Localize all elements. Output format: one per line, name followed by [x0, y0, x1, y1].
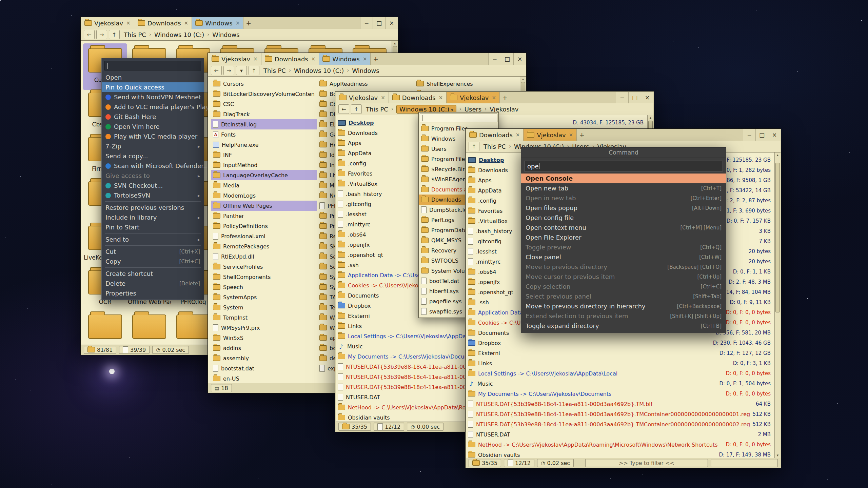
dropdown-button[interactable]: ▾: [236, 66, 247, 75]
command-item-open-in-new-tab[interactable]: Open in new tab[Ctrl+Enter]: [521, 193, 726, 203]
tab-close-icon[interactable]: ×: [492, 95, 496, 101]
breadcrumb-windows-10-c[interactable]: Windows 10 (C:): [154, 31, 204, 38]
menu-item-pin-to-start[interactable]: Pin to Start: [102, 222, 204, 232]
scroll-up-icon[interactable]: ▴: [392, 41, 398, 46]
menu-item-cut[interactable]: Cut[Ctrl+X]: [102, 247, 204, 257]
command-item-move-cursor-to-previous-item[interactable]: Move cursor to previous item[Ctrl+Up]: [521, 272, 726, 282]
up-button[interactable]: ↑: [351, 104, 362, 114]
up-button[interactable]: ↑: [469, 142, 479, 151]
file-row[interactable]: DropboxD: 230, F: 1043, 46 GB: [466, 338, 775, 348]
tab-vjekoslav[interactable]: Vjekoslav×: [208, 53, 261, 65]
scroll-up-icon[interactable]: ▴: [775, 153, 781, 158]
command-item-open-config-file[interactable]: Open config file: [521, 213, 726, 223]
forward-button[interactable]: →: [223, 66, 234, 75]
tab-close-icon[interactable]: ×: [126, 20, 131, 26]
command-item-move-to-previous-directory[interactable]: Move to previous directory[Backspace] [C…: [521, 262, 726, 272]
command-item-close-panel[interactable]: Close panel[Ctrl+W]: [521, 252, 726, 262]
context-menu-filter-input[interactable]: [104, 61, 201, 70]
breadcrumb-this-pc[interactable]: This PC: [124, 31, 146, 38]
file-row[interactable]: en-US: [211, 373, 317, 383]
file-row[interactable]: Cursors: [211, 79, 317, 89]
file-row[interactable]: DiagTrack: [211, 109, 317, 119]
file-row[interactable]: My Documents -> C:\Users\Vjekoslav\Docum…: [466, 389, 775, 399]
file-row[interactable]: WinSxS: [211, 333, 317, 343]
command-item-open-console[interactable]: Open Console: [521, 174, 726, 183]
menu-item-7-zip[interactable]: 7-Zip▸: [102, 141, 204, 151]
file-row[interactable]: DtcInstall.log: [211, 119, 317, 129]
file-row[interactable]: LinksD: 0, F: 3, 1 KB: [466, 358, 775, 368]
close-button[interactable]: ×: [513, 53, 526, 65]
file-row[interactable]: Professional.xml: [211, 231, 317, 241]
file-row[interactable]: NTUSER.DAT{53b39e88-18c4-11ea-a811-000d3…: [466, 399, 775, 409]
file-row[interactable]: HelpPane.exe: [211, 140, 317, 150]
file-row[interactable]: INF: [211, 150, 317, 160]
new-tab-button[interactable]: +: [577, 129, 587, 141]
menu-item-open[interactable]: Open: [102, 73, 204, 82]
tab-close-icon[interactable]: ×: [236, 20, 240, 26]
tab-vjekoslav[interactable]: Vjekoslav×: [81, 17, 134, 29]
command-item-open-files-popup[interactable]: Open files popup[Alt+Down]: [521, 203, 726, 213]
menu-item-send-with-nordvpn-meshnet[interactable]: Send with NordVPN Meshnet: [102, 92, 204, 102]
menu-item-give-access-to[interactable]: Give access to▸: [102, 171, 204, 181]
tab-vjekoslav[interactable]: Vjekoslav×: [447, 92, 500, 103]
vertical-scrollbar[interactable]: ▴ ▾: [774, 152, 781, 458]
file-row[interactable]: ShellComponents: [211, 272, 317, 282]
file-row[interactable]: assembly: [211, 353, 317, 363]
tab-downloads[interactable]: Downloads×: [389, 92, 447, 103]
file-row[interactable]: RtlExUpd.dll: [211, 251, 317, 262]
command-item-extend-selection-to-previous-item[interactable]: Extend selection to previous item[Shift+…: [521, 311, 726, 321]
breadcrumb-this-pc[interactable]: This PC: [263, 67, 286, 74]
breadcrumb-windows-10-c[interactable]: Windows 10 (C:): [294, 67, 344, 74]
menu-item-open-vim-here[interactable]: Open Vim here: [102, 122, 204, 131]
tab-close-icon[interactable]: ×: [184, 20, 189, 26]
file-row[interactable]: PolicyDefinitions: [211, 221, 317, 231]
menu-item-create-shortcut[interactable]: Create shortcut: [102, 269, 204, 279]
menu-item-scan-with-microsoft-defender[interactable]: Scan with Microsoft Defender...: [102, 161, 204, 171]
file-row[interactable]: Obsidian vaultsD: 17, F: 149, 38 MB: [466, 450, 775, 458]
new-tab-button[interactable]: +: [243, 17, 254, 29]
minimize-button[interactable]: −: [743, 129, 755, 141]
tab-close-icon[interactable]: ×: [516, 132, 520, 138]
file-row[interactable]: ModemLogs: [211, 190, 317, 201]
file-row[interactable]: NetHood -> C:\Users\Vjekoslav\AppData\Ro…: [466, 440, 775, 450]
file-row[interactable]: bootstat.dat: [211, 363, 317, 373]
command-item-copy-selection[interactable]: Copy selection[Ctrl+C]: [521, 282, 726, 291]
palette-search-input[interactable]: ope: [524, 161, 723, 171]
folder-item[interactable]: [83, 310, 127, 345]
file-row[interactable]: BitLockerDiscoveryVolumeContents: [211, 89, 317, 99]
file-row[interactable]: TempInst: [211, 312, 317, 323]
breadcrumb-this-pc[interactable]: This PC: [366, 106, 388, 113]
close-button[interactable]: ×: [768, 129, 781, 141]
tab-close-icon[interactable]: ×: [569, 132, 573, 138]
file-row[interactable]: System: [211, 302, 317, 312]
menu-item-delete[interactable]: Delete[Delete]: [102, 279, 204, 288]
menu-item-play-with-vlc-media-player[interactable]: Play with VLC media player: [102, 131, 204, 141]
command-item-move-to-previous-directory-in-hierarchy[interactable]: Move to previous directory in hierarchy[…: [521, 301, 726, 311]
maximize-button[interactable]: □: [373, 17, 385, 29]
tab-downloads[interactable]: Downloads×: [134, 17, 192, 29]
scroll-up-icon[interactable]: ▴: [520, 77, 526, 82]
file-row[interactable]: NTUSER.DAT{53b39e88-18c4-11ea-a811-000d3…: [466, 419, 775, 429]
menu-item-pin-to-quick-access[interactable]: Pin to Quick access: [102, 82, 204, 92]
menu-item-properties[interactable]: Properties: [102, 288, 204, 298]
menu-item-include-in-library[interactable]: Include in library▸: [102, 212, 204, 222]
file-row[interactable]: Offline Web Pages: [211, 201, 317, 211]
menu-item-copy[interactable]: Copy[Ctrl+C]: [102, 257, 204, 266]
dropdown-filter-input[interactable]: [420, 114, 497, 122]
menu-item-add-to-vlc-media-player-s-playlist[interactable]: Add to VLC media player's Playlist: [102, 102, 204, 112]
file-row[interactable]: SystemApps: [211, 292, 317, 302]
tab-close-icon[interactable]: ×: [439, 95, 443, 101]
menu-item-svn-checkout[interactable]: SVN Checkout...: [102, 181, 204, 190]
tab-close-icon[interactable]: ×: [363, 56, 367, 62]
file-row[interactable]: Media: [211, 180, 317, 190]
tab-vjekoslav[interactable]: Vjekoslav×: [336, 92, 389, 103]
tab-windows[interactable]: Windows×: [192, 17, 243, 29]
file-row[interactable]: ♪MusicD: 0, F: 1, 504 bytes: [466, 379, 775, 389]
tab-downloads[interactable]: Downloads×: [261, 53, 319, 65]
command-item-open-context-menu[interactable]: Open context menu[Ctrl+M] [Menu]: [521, 223, 726, 232]
maximize-button[interactable]: □: [628, 92, 641, 103]
file-row[interactable]: addins: [211, 343, 317, 353]
forward-button[interactable]: →: [96, 30, 107, 39]
minimize-button[interactable]: −: [616, 92, 628, 103]
tab-close-icon[interactable]: ×: [311, 56, 316, 62]
